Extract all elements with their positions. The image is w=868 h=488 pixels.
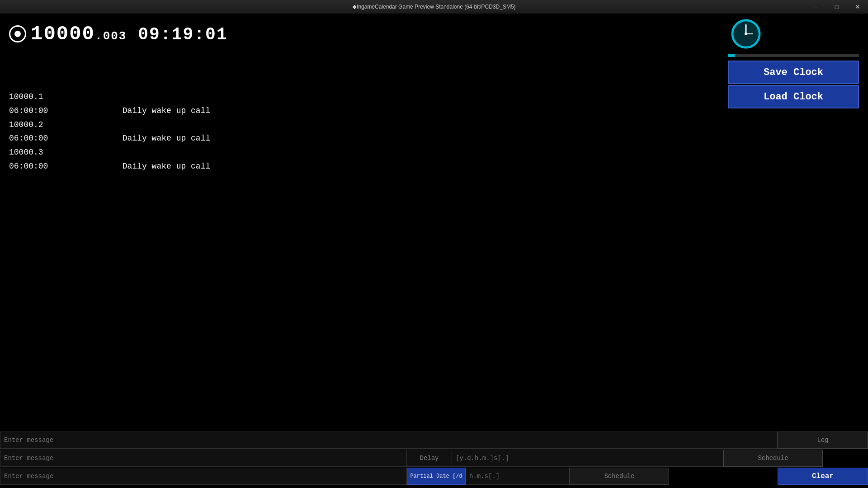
log-message-2: Daily wake up call bbox=[123, 132, 210, 145]
clock-icon-container bbox=[730, 18, 859, 52]
main-area: 10000.003 09:19:01 Save Clock Load Clock bbox=[0, 14, 868, 488]
log-entry-2: 06:00:00 Daily wake up call bbox=[9, 132, 210, 145]
log-entry-1: 06:00:00 Daily wake up call bbox=[9, 104, 210, 117]
titlebar-controls: ─ □ ✕ bbox=[806, 0, 868, 14]
log-entry-day2: 10000.2 bbox=[9, 118, 210, 131]
log-button[interactable]: Log bbox=[778, 432, 868, 449]
schedule-button-2[interactable]: Schedule bbox=[570, 468, 669, 485]
titlebar: ❖ IngameCalendar Game Preview Standalone… bbox=[0, 0, 868, 14]
input-row-3: Partial Date [/d Schedule Clear bbox=[0, 468, 868, 485]
record-dot bbox=[14, 31, 21, 37]
log-day-2: 10000.2 bbox=[9, 120, 43, 129]
clock-progress-bar bbox=[728, 54, 859, 57]
delay-label: Delay bbox=[407, 450, 452, 467]
log-time-3: 06:00:00 bbox=[9, 160, 81, 173]
titlebar-title: IngameCalendar Game Preview Standalone (… bbox=[357, 4, 516, 10]
schedule-button-1[interactable]: Schedule bbox=[723, 450, 823, 467]
input-row-2: Delay Schedule bbox=[0, 450, 868, 467]
save-clock-button[interactable]: Save Clock bbox=[728, 61, 859, 84]
bottom-area: Log Delay Schedule Partial Date [/d Sche… bbox=[0, 434, 868, 488]
message-input-2[interactable] bbox=[0, 450, 407, 467]
svg-point-4 bbox=[745, 33, 747, 35]
clock-time: 09:19:01 bbox=[138, 25, 227, 44]
top-right-panel: Save Clock Load Clock bbox=[728, 18, 859, 109]
minimize-button[interactable]: ─ bbox=[806, 0, 826, 14]
record-icon bbox=[9, 25, 26, 42]
clock-millis: .003 bbox=[95, 29, 127, 43]
log-entry-day1: 10000.1 bbox=[9, 90, 210, 103]
clock-display: 10000.003 09:19:01 bbox=[9, 23, 228, 45]
log-day-3: 10000.3 bbox=[9, 148, 43, 157]
clear-button[interactable]: Clear bbox=[778, 468, 868, 485]
message-input-3[interactable] bbox=[0, 468, 407, 485]
ue-logo: ❖ bbox=[352, 2, 357, 11]
close-button[interactable]: ✕ bbox=[847, 0, 868, 14]
message-input-1[interactable] bbox=[0, 432, 778, 449]
log-time-1: 06:00:00 bbox=[9, 104, 81, 117]
time-input[interactable] bbox=[466, 468, 570, 485]
log-message-1: Daily wake up call bbox=[123, 104, 210, 117]
log-day-1: 10000.1 bbox=[9, 92, 43, 101]
clock-icon-large bbox=[730, 18, 762, 50]
load-clock-button[interactable]: Load Clock bbox=[728, 85, 859, 108]
maximize-button[interactable]: □ bbox=[826, 0, 847, 14]
log-entry-3: 06:00:00 Daily wake up call bbox=[9, 160, 210, 173]
delay-input[interactable] bbox=[452, 450, 723, 467]
input-row-1: Log bbox=[0, 432, 868, 449]
clock-day: 10000 bbox=[31, 23, 95, 45]
clock-text: 10000.003 09:19:01 bbox=[31, 23, 228, 45]
log-time-2: 06:00:00 bbox=[9, 132, 81, 145]
partial-date-button[interactable]: Partial Date [/d bbox=[407, 468, 466, 485]
log-area: 10000.1 06:00:00 Daily wake up call 1000… bbox=[9, 90, 210, 174]
log-message-3: Daily wake up call bbox=[123, 160, 210, 173]
log-entry-day3: 10000.3 bbox=[9, 146, 210, 159]
